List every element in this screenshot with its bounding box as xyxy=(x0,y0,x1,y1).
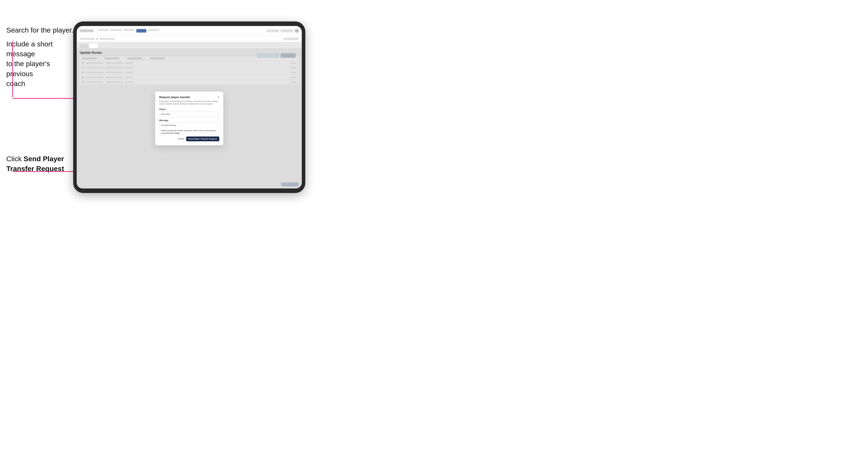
nav-item-3 xyxy=(123,29,135,31)
nav-item-active xyxy=(136,29,146,33)
modal-description: If the player is transferring from anoth… xyxy=(159,100,219,105)
tab-2-active xyxy=(89,43,98,48)
annotation-click: Click Send Player Transfer Request xyxy=(6,154,72,174)
nav-item-1 xyxy=(98,29,109,31)
player-input-value: Rees Britt xyxy=(161,113,170,115)
app-nav xyxy=(98,29,159,33)
modal-overlay: Request player transfer × If the player … xyxy=(77,48,302,188)
app-subheader xyxy=(77,36,302,42)
header-avatar xyxy=(295,29,299,33)
tablet-screen: Update Roster xyxy=(77,26,302,188)
request-transfer-modal: Request player transfer × If the player … xyxy=(155,92,223,145)
message-textarea-value: Hi Coach McHarg, Please accept this tran… xyxy=(161,124,217,134)
player-label: Player xyxy=(159,108,219,111)
modal-header: Request player transfer × xyxy=(159,96,219,99)
header-btn-2 xyxy=(281,29,293,32)
tab-1 xyxy=(80,44,89,48)
app-logo xyxy=(80,29,94,32)
nav-item-4 xyxy=(148,29,159,31)
player-input[interactable]: Rees Britt xyxy=(159,112,219,117)
app-header xyxy=(77,26,302,36)
message-textarea[interactable]: Hi Coach McHarg, Please accept this tran… xyxy=(159,123,219,134)
app-header-right xyxy=(267,29,299,33)
breadcrumb-2 xyxy=(99,38,115,40)
modal-title: Request player transfer xyxy=(159,96,190,99)
message-label: Message xyxy=(159,119,219,122)
cancel-button[interactable]: Cancel xyxy=(177,137,184,140)
app-tabs xyxy=(77,42,302,48)
close-icon[interactable]: × xyxy=(217,96,219,99)
annotation-message: Include a short messageto the player's p… xyxy=(6,39,72,89)
nav-item-2 xyxy=(111,29,122,31)
send-player-transfer-request-button[interactable]: Send Player Transfer Request xyxy=(186,136,219,141)
breadcrumb-1 xyxy=(80,38,95,40)
app-content: Update Roster xyxy=(77,48,302,188)
tablet-outer: Update Roster xyxy=(73,22,305,193)
tablet-device: Update Roster xyxy=(73,22,305,193)
header-btn-1 xyxy=(267,29,279,32)
modal-footer: Cancel Send Player Transfer Request xyxy=(159,136,219,141)
annotation-search: Search for the player. xyxy=(6,25,73,35)
breadcrumb-sep xyxy=(96,38,98,40)
subheader-right xyxy=(284,38,299,40)
